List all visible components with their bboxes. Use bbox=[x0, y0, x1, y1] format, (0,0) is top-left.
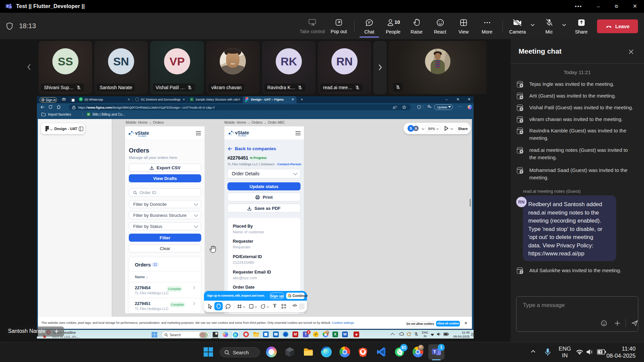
svg-text:vState: vState bbox=[235, 130, 249, 135]
svg-text:vState: vState bbox=[135, 130, 149, 136]
svg-text:T: T bbox=[433, 349, 436, 354]
svg-text:FILINGS: FILINGS bbox=[138, 135, 146, 137]
svg-text:T: T bbox=[7, 5, 9, 8]
svg-text:10: 10 bbox=[394, 19, 400, 25]
svg-text:FILINGS: FILINGS bbox=[238, 135, 246, 137]
